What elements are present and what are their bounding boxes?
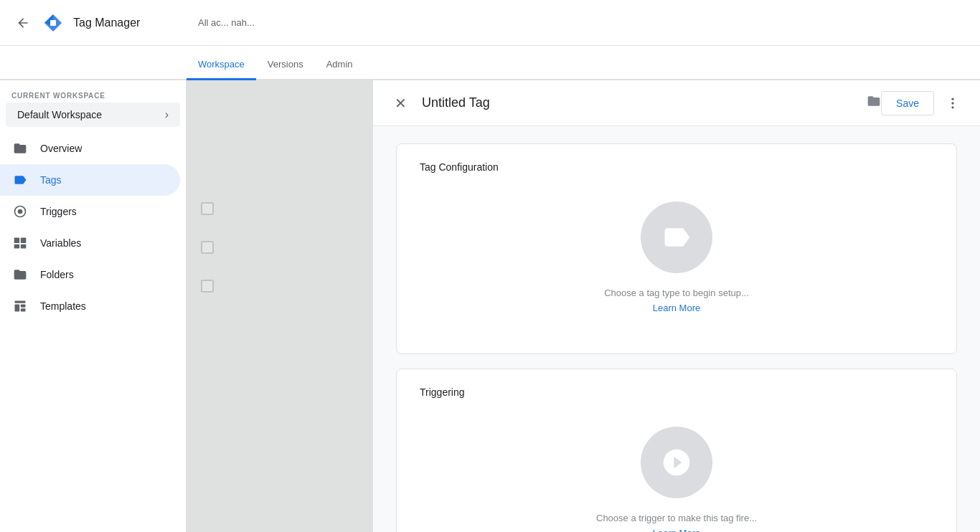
sidebar-item-triggers[interactable]: Triggers xyxy=(0,196,180,227)
top-bar-left: Tag Manager xyxy=(11,10,198,36)
svg-rect-6 xyxy=(14,238,20,244)
svg-rect-7 xyxy=(21,238,27,244)
trigger-placeholder-icon xyxy=(661,447,692,478)
tags-label: Tags xyxy=(40,174,62,186)
triggering-title: Triggering xyxy=(420,386,933,398)
folders-icon xyxy=(11,266,29,283)
variables-icon xyxy=(11,234,29,252)
tags-icon xyxy=(11,171,29,189)
tag-placeholder-icon xyxy=(661,222,692,253)
svg-rect-8 xyxy=(14,244,20,249)
sidebar-item-templates[interactable]: Templates xyxy=(0,290,180,322)
account-info: All ac... nah... xyxy=(198,17,969,28)
modal-panel: ✕ Untitled Tag Save xyxy=(373,80,980,532)
svg-rect-10 xyxy=(15,301,26,303)
triggering-card: Triggering Choose a trigger to make this… xyxy=(396,369,957,532)
templates-label: Templates xyxy=(40,300,86,312)
back-button[interactable] xyxy=(11,11,34,34)
tab-workspace[interactable]: Workspace xyxy=(187,50,256,80)
triggers-label: Triggers xyxy=(40,206,77,217)
current-workspace-label: CURRENT WORKSPACE xyxy=(0,80,186,103)
svg-rect-3 xyxy=(50,20,56,26)
modal-header: ✕ Untitled Tag Save xyxy=(373,80,980,126)
close-button[interactable]: ✕ xyxy=(387,90,413,116)
workspace-selector[interactable]: Default Workspace › xyxy=(6,103,180,127)
templates-icon xyxy=(11,298,29,315)
trigger-placeholder-circle[interactable] xyxy=(641,427,712,498)
svg-rect-11 xyxy=(15,305,20,312)
variables-label: Variables xyxy=(40,237,81,249)
svg-point-5 xyxy=(18,209,23,214)
tag-configuration-card: Tag Configuration Choose a tag type to b… xyxy=(396,143,957,354)
svg-point-16 xyxy=(951,106,953,108)
svg-rect-9 xyxy=(21,244,27,249)
folders-label: Folders xyxy=(40,269,74,280)
folder-icon[interactable] xyxy=(867,94,881,112)
account-text: All ac... nah... xyxy=(198,17,255,28)
modal-body: Tag Configuration Choose a tag type to b… xyxy=(373,126,980,532)
main-layout: CURRENT WORKSPACE Default Workspace › Ov… xyxy=(0,80,980,532)
gtm-logo xyxy=(40,10,66,36)
overview-icon xyxy=(11,140,29,157)
content-area: ✕ Untitled Tag Save xyxy=(187,80,980,532)
triggers-icon xyxy=(11,203,29,220)
sidebar-item-variables[interactable]: Variables xyxy=(0,227,180,259)
tag-configuration-content: Choose a tag type to begin setup... Lear… xyxy=(420,190,933,325)
tag-config-placeholder-text: Choose a tag type to begin setup... xyxy=(604,288,749,298)
save-button[interactable]: Save xyxy=(881,91,934,115)
more-options-button[interactable] xyxy=(940,90,966,116)
tag-configuration-title: Tag Configuration xyxy=(420,161,933,173)
triggering-learn-more[interactable]: Learn More xyxy=(653,528,700,532)
workspace-name: Default Workspace xyxy=(17,109,102,120)
sidebar: CURRENT WORKSPACE Default Workspace › Ov… xyxy=(0,80,187,532)
svg-rect-12 xyxy=(21,305,26,308)
overview-label: Overview xyxy=(40,143,82,154)
modal-actions: Save xyxy=(881,90,966,116)
sidebar-item-tags[interactable]: Tags xyxy=(0,164,180,196)
tab-versions[interactable]: Versions xyxy=(256,50,315,80)
modal-title: Untitled Tag xyxy=(422,95,861,110)
app-title: Tag Manager xyxy=(73,16,140,29)
svg-point-14 xyxy=(951,98,953,100)
triggering-content: Choose a trigger to make this tag fire..… xyxy=(420,415,933,532)
sidebar-item-folders[interactable]: Folders xyxy=(0,259,180,290)
svg-rect-13 xyxy=(21,308,26,311)
tab-admin[interactable]: Admin xyxy=(315,50,364,80)
tag-placeholder-circle[interactable] xyxy=(641,201,712,273)
tag-config-learn-more[interactable]: Learn More xyxy=(653,303,700,313)
top-bar: Tag Manager All ac... nah... xyxy=(0,0,980,46)
nav-tabs: Workspace Versions Admin xyxy=(0,46,980,80)
svg-point-15 xyxy=(951,102,953,104)
sidebar-item-overview[interactable]: Overview xyxy=(0,133,180,164)
chevron-right-icon: › xyxy=(165,108,169,121)
triggering-placeholder-text: Choose a trigger to make this tag fire..… xyxy=(596,513,757,523)
nav-items: Overview Tags Triggers xyxy=(0,133,186,532)
